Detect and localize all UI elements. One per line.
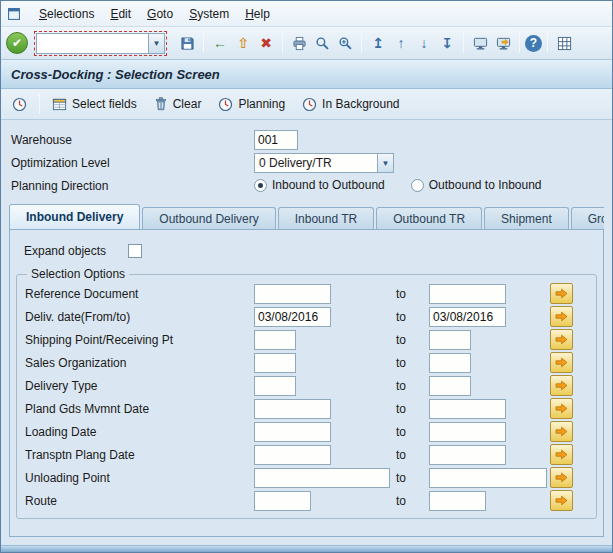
exit-icon[interactable]: ⇧ <box>232 32 254 54</box>
to-input-pland-gds-mvmnt-date[interactable] <box>429 399 506 419</box>
optimization-level-select[interactable]: 0 Delivery/TR ▼ <box>254 153 394 173</box>
optimization-level-label: Optimization Level <box>11 156 110 170</box>
next-page-icon[interactable]: ↓ <box>413 32 435 54</box>
to-input-sales-organization[interactable] <box>429 353 471 373</box>
command-history-dropdown[interactable]: ▼ <box>148 33 165 54</box>
menu-selections[interactable]: Selections <box>31 4 102 24</box>
warehouse-input[interactable] <box>254 130 298 150</box>
enter-button[interactable]: ✔ <box>6 32 28 54</box>
new-session-icon[interactable] <box>469 32 491 54</box>
from-input-pland-gds-mvmnt-date[interactable] <box>254 399 331 419</box>
from-input-deliv-date-from-to[interactable] <box>254 307 331 327</box>
menu-edit[interactable]: Edit <box>102 4 139 24</box>
title-bar: Cross-Docking : Selection Screen <box>1 60 612 89</box>
tab-outbound-tr[interactable]: Outbound TR <box>376 207 482 229</box>
tab-shipment[interactable]: Shipment <box>484 207 569 229</box>
clear-button[interactable]: Clear <box>149 94 207 114</box>
menu-help[interactable]: Help <box>237 4 278 24</box>
toolbar-separator <box>547 33 548 53</box>
from-input-delivery-type[interactable] <box>254 376 296 396</box>
radio-option-inbound-to-outbound[interactable]: Inbound to Outbound <box>254 178 385 192</box>
help-icon[interactable]: ? <box>525 35 542 52</box>
from-input-reference-document[interactable] <box>254 284 331 304</box>
to-input-deliv-date-from-to[interactable] <box>429 307 506 327</box>
multiple-selection-button-unloading-point[interactable] <box>550 467 573 488</box>
window-bottom-edge <box>1 545 612 552</box>
from-input-sales-organization[interactable] <box>254 353 296 373</box>
selection-row-loading-date: Loading Dateto <box>23 421 590 444</box>
to-input-loading-date[interactable] <box>429 422 506 442</box>
to-input-unloading-point[interactable] <box>429 468 547 488</box>
radio-label: Inbound to Outbound <box>272 178 385 192</box>
tab-outbound-delivery[interactable]: Outbound Delivery <box>142 207 275 229</box>
planning-button[interactable]: Planning <box>213 94 290 115</box>
planning-button-label: Planning <box>238 97 285 111</box>
right-arrow-icon <box>555 357 568 368</box>
optimization-level-value: 0 Delivery/TR <box>255 156 377 170</box>
from-input-loading-date[interactable] <box>254 422 331 442</box>
multiple-selection-button-reference-document[interactable] <box>550 283 573 304</box>
cancel-icon[interactable]: ✖ <box>255 32 277 54</box>
multiple-selection-button-deliv-date-from-to[interactable] <box>550 306 573 327</box>
tab-inbound-delivery[interactable]: Inbound Delivery <box>9 204 140 229</box>
multiple-selection-button-route[interactable] <box>550 490 573 511</box>
right-arrow-icon <box>555 380 568 391</box>
menu-system[interactable]: System <box>181 4 237 24</box>
window-menu-icon[interactable] <box>7 7 21 21</box>
to-input-delivery-type[interactable] <box>429 376 471 396</box>
menu-bar: SelectionsEditGotoSystemHelp <box>1 1 612 27</box>
select-fields-button[interactable]: Select fields <box>47 94 142 115</box>
to-input-shipping-point-receiving-pt[interactable] <box>429 330 471 350</box>
execute-button[interactable] <box>7 94 32 115</box>
to-input-transptn-plang-date[interactable] <box>429 445 506 465</box>
print-icon[interactable] <box>288 32 310 54</box>
multiple-selection-button-delivery-type[interactable] <box>550 375 573 396</box>
in-background-clock-icon <box>302 97 317 112</box>
selection-options-title: Selection Options <box>27 267 129 281</box>
find-icon[interactable] <box>311 32 333 54</box>
chevron-down-icon[interactable]: ▼ <box>377 154 393 172</box>
to-label: to <box>396 356 406 370</box>
in-background-button[interactable]: In Background <box>297 94 404 115</box>
create-shortcut-icon[interactable] <box>492 32 514 54</box>
selection-row-delivery-type: Delivery Typeto <box>23 375 590 398</box>
expand-objects-label: Expand objects <box>24 244 106 258</box>
toolbar-separator <box>463 33 464 53</box>
radio-option-outbound-to-inbound[interactable]: Outbound to Inbound <box>411 178 542 192</box>
field-label: Route <box>25 494 57 508</box>
from-input-shipping-point-receiving-pt[interactable] <box>254 330 296 350</box>
check-icon: ✔ <box>12 36 22 50</box>
multiple-selection-button-pland-gds-mvmnt-date[interactable] <box>550 398 573 419</box>
multiple-selection-button-sales-organization[interactable] <box>550 352 573 373</box>
execute-clock-icon <box>12 97 27 112</box>
to-input-route[interactable] <box>429 491 486 511</box>
from-input-unloading-point[interactable] <box>254 468 390 488</box>
to-label: to <box>396 310 406 324</box>
customize-layout-icon[interactable] <box>553 32 575 54</box>
tab-group[interactable]: Group <box>571 207 604 229</box>
select-fields-button-label: Select fields <box>72 97 137 111</box>
field-label: Pland Gds Mvmnt Date <box>25 402 149 416</box>
tab-inbound-tr[interactable]: Inbound TR <box>278 207 375 229</box>
select-fields-icon <box>52 97 67 112</box>
expand-objects-checkbox[interactable] <box>128 244 142 258</box>
multiple-selection-button-shipping-point-receiving-pt[interactable] <box>550 329 573 350</box>
to-label: to <box>396 287 406 301</box>
multiple-selection-button-transptn-plang-date[interactable] <box>550 444 573 465</box>
find-next-icon[interactable] <box>334 32 356 54</box>
menu-goto[interactable]: Goto <box>139 4 181 24</box>
last-page-icon[interactable]: ↧ <box>436 32 458 54</box>
planning-direction-options: Inbound to OutboundOutbound to Inbound <box>254 178 542 192</box>
radio-icon <box>411 179 424 192</box>
multiple-selection-button-loading-date[interactable] <box>550 421 573 442</box>
planning-direction-label: Planning Direction <box>11 179 108 193</box>
to-input-reference-document[interactable] <box>429 284 506 304</box>
planning-clock-icon <box>218 97 233 112</box>
from-input-route[interactable] <box>254 491 311 511</box>
back-icon[interactable]: ← <box>209 32 231 54</box>
previous-page-icon[interactable]: ↑ <box>390 32 412 54</box>
from-input-transptn-plang-date[interactable] <box>254 445 331 465</box>
command-field-input[interactable] <box>36 33 148 54</box>
save-icon[interactable] <box>176 32 198 54</box>
first-page-icon[interactable]: ↥ <box>367 32 389 54</box>
